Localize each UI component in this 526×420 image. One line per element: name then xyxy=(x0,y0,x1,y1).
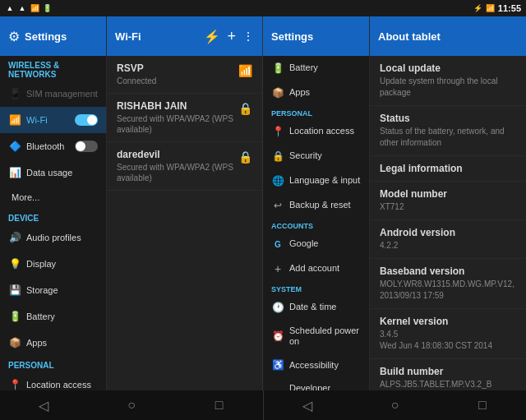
about-panel: About tablet Local update Update system … xyxy=(370,16,526,390)
battery-label: Battery xyxy=(26,312,55,321)
right-recent-button[interactable]: □ xyxy=(468,394,497,417)
wifi-refresh-icon[interactable]: ⚡ xyxy=(204,29,220,44)
wifi-panel-title: Wi-Fi xyxy=(115,30,197,43)
about-item-status[interactable]: Status Status of the battery, network, a… xyxy=(370,106,526,156)
sidebar-item-data[interactable]: 📊 Data usage xyxy=(0,159,106,186)
addaccount-label: Add account xyxy=(289,263,339,274)
android-sub: 4.2.2 xyxy=(380,240,516,252)
status-bar-right: ⚡ 📶 11:55 xyxy=(473,3,521,13)
addaccount-icon: + xyxy=(271,262,284,275)
battery-status-icon: 🔋 xyxy=(42,3,52,13)
battery-icon: 🔋 xyxy=(8,310,21,323)
network-name-rishabh: RISHABH JAIN xyxy=(117,100,233,112)
android-title: Android version xyxy=(380,227,516,238)
about-item-buildnumber: Build number ALPS.JB5.TABLET.MP.V3.2_B xyxy=(370,359,526,390)
right-back-button[interactable]: ◁ xyxy=(293,394,322,417)
apps-icon: 📦 xyxy=(8,336,21,349)
right-settings-nav: Settings 🔋 Battery 📦 Apps PERSONAL 📍 Loc… xyxy=(263,16,370,390)
backup-icon: ↩ xyxy=(271,199,284,212)
sidebar-item-battery[interactable]: 🔋 Battery xyxy=(0,303,106,330)
build-sub: ALPS.JB5.TABLET.MP.V3.2_B xyxy=(380,379,516,390)
wifi-label: Wi-Fi xyxy=(26,115,48,125)
accessibility-icon: ♿ xyxy=(271,358,284,372)
wifi-network-rsvp[interactable]: RSVP Connected 📶 xyxy=(107,56,262,94)
wifi-add-icon[interactable]: + xyxy=(227,28,236,45)
display-label: Display xyxy=(26,259,56,269)
settings-nav-item-google[interactable]: G Google xyxy=(263,232,369,256)
settings-nav-item-datetime[interactable]: 🕐 Date & time xyxy=(263,295,369,320)
location-label: Location access xyxy=(26,380,91,390)
storage-label: Storage xyxy=(26,285,58,295)
wifi-status-icon: 📶 xyxy=(30,3,39,13)
accessibility-label: Accessibility xyxy=(289,360,339,371)
settings-nav-item-backup[interactable]: ↩ Backup & reset xyxy=(263,193,369,218)
security2-label: Security xyxy=(289,150,322,161)
right-panel: Settings 🔋 Battery 📦 Apps PERSONAL 📍 Loc… xyxy=(263,16,526,390)
apps-label: Apps xyxy=(26,338,47,348)
apps2-icon: 📦 xyxy=(271,86,284,99)
wifi-content: Wi-Fi ⚡ + ⋮ RSVP Connected 📶 RISHABH JAI… xyxy=(107,16,262,390)
about-header-title: About tablet xyxy=(378,30,441,43)
settings-nav-item-addaccount[interactable]: + Add account xyxy=(263,256,369,281)
more-label: More... xyxy=(8,192,39,202)
settings-nav-item-developer[interactable]: {} Developer options xyxy=(263,377,369,390)
sidebar-item-sim[interactable]: 📱 SIM management xyxy=(0,81,106,107)
sidebar-item-audio[interactable]: 🔊 Audio profiles xyxy=(0,224,106,251)
left-recent-button[interactable]: □ xyxy=(205,394,234,417)
settings-nav-item-accessibility[interactable]: ♿ Accessibility xyxy=(263,353,369,377)
apps2-label: Apps xyxy=(289,87,310,98)
datetime-icon: 🕐 xyxy=(271,301,284,314)
about-item-legal[interactable]: Legal information xyxy=(370,156,526,182)
model-sub: XT712 xyxy=(380,201,516,213)
network-name-daredevil: daredevil xyxy=(117,149,233,160)
localupdate-sub: Update system through the local package xyxy=(380,76,516,99)
kernel-title: Kernel version xyxy=(380,316,516,327)
google-label: Google xyxy=(289,238,318,249)
right-bottom-bar: ◁ ○ □ xyxy=(263,390,526,420)
section-personal: PERSONAL xyxy=(0,356,106,372)
settings-nav-item-scheduledpower[interactable]: ⏰ Scheduled power on xyxy=(263,320,369,353)
wifi-menu-icon[interactable]: ⋮ xyxy=(242,30,254,43)
location-icon: 📍 xyxy=(8,378,21,390)
model-title: Model number xyxy=(380,188,516,200)
sidebar-item-storage[interactable]: 💾 Storage xyxy=(0,277,106,303)
backup-label: Backup & reset xyxy=(289,200,351,210)
sim-icon: 📱 xyxy=(8,87,21,100)
about-header: About tablet xyxy=(370,16,526,56)
settings-nav-item-location[interactable]: 📍 Location access xyxy=(263,119,369,144)
left-sidebar: ⚙ Settings WIRELESS & NETWORKS 📱 SIM man… xyxy=(0,16,107,390)
settings-nav-item-apps[interactable]: 📦 Apps xyxy=(263,81,369,105)
sidebar-item-display[interactable]: 💡 Display xyxy=(0,251,106,277)
scheduledpower-label: Scheduled power on xyxy=(289,325,361,347)
location2-icon: 📍 xyxy=(271,125,284,138)
baseband-sub: MOLY.WR8.W1315.MD.WG.MP.V12,2013/09/13 1… xyxy=(380,279,516,302)
network-sub-rsvp: Connected xyxy=(117,76,156,86)
right-home-button[interactable]: ○ xyxy=(380,394,409,417)
status-bar-left: ▲ ▲ 📶 🔋 xyxy=(5,3,52,13)
charge-icon: ⚡ xyxy=(473,3,483,13)
about-item-localupdate[interactable]: Local update Update system through the l… xyxy=(370,56,526,106)
google-icon: G xyxy=(271,238,284,251)
left-home-button[interactable]: ○ xyxy=(117,394,146,417)
wifi-toggle[interactable] xyxy=(75,114,98,126)
settings-nav-item-security[interactable]: 🔒 Security xyxy=(263,144,369,168)
battery2-icon: 🔋 xyxy=(271,62,284,75)
sidebar-item-apps[interactable]: 📦 Apps xyxy=(0,330,106,356)
settings-icon: ⚙ xyxy=(8,29,20,44)
sidebar-item-bluetooth[interactable]: 🔷 Bluetooth xyxy=(0,133,106,159)
audio-icon: 🔊 xyxy=(8,231,21,244)
settings-nav-item-language[interactable]: 🌐 Language & input xyxy=(263,168,369,193)
bluetooth-toggle[interactable] xyxy=(75,141,98,152)
section-wireless: WIRELESS & NETWORKS xyxy=(0,56,106,81)
nav-section-accounts: ACCOUNTS xyxy=(263,218,369,232)
left-back-button[interactable]: ◁ xyxy=(29,394,58,417)
sidebar-item-more[interactable]: More... xyxy=(0,186,106,209)
storage-icon: 💾 xyxy=(8,284,21,297)
settings-nav-item-battery[interactable]: 🔋 Battery xyxy=(263,56,369,81)
sidebar-item-wifi[interactable]: 📶 Wi-Fi xyxy=(0,107,106,133)
wifi-network-rishabh[interactable]: RISHABH JAIN Secured with WPA/WPA2 (WPSa… xyxy=(107,94,262,142)
sidebar-item-location[interactable]: 📍 Location access xyxy=(0,372,106,390)
datetime-label: Date & time xyxy=(289,302,336,312)
wifi-network-daredevil[interactable]: daredevil Secured with WPA/WPA2 (WPSavai… xyxy=(107,142,262,191)
wifi-icon: 📶 xyxy=(8,113,21,127)
